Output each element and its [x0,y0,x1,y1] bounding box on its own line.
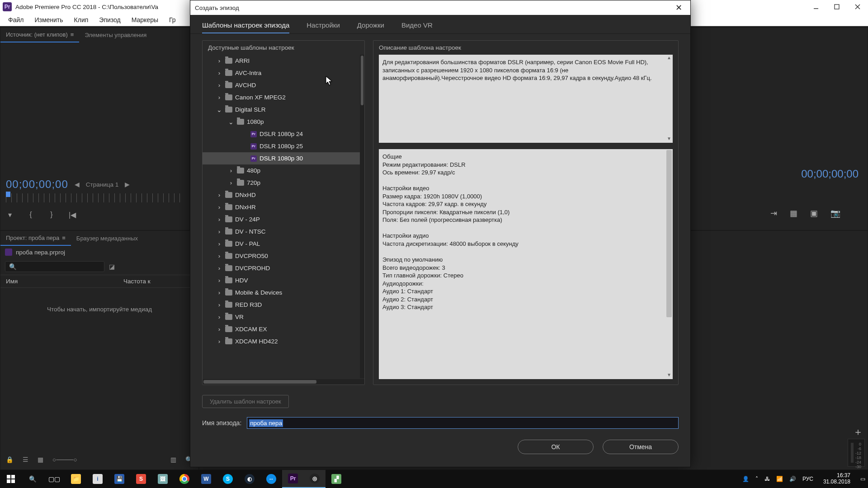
camera-icon[interactable]: 📷 [830,208,840,218]
preset-folder[interactable]: ›DV - 24P [203,213,364,225]
preset-folder[interactable]: ›Canon XF MPEG2 [203,91,364,103]
preset-folder[interactable]: ⌄Digital SLR [203,103,364,116]
steam-icon[interactable]: ◐ [239,470,260,488]
media-browser-tab[interactable]: Браузер медиаданных [71,231,143,246]
menu-клип[interactable]: Клип [69,14,94,25]
project-tab[interactable]: Проект: проба пера ≡ [0,231,71,246]
preset-item[interactable]: PrDSLR 1080p 30 [203,152,364,164]
preset-folder[interactable]: ›RED R3D [203,299,364,311]
out-point-icon[interactable]: } [47,211,56,219]
source-ruler[interactable] [6,193,184,202]
skype-icon[interactable]: S [217,470,239,488]
app-icon-4[interactable]: ▞ [326,470,347,488]
notifications-icon[interactable]: ▭ [860,476,865,482]
chevron-right-icon[interactable]: › [216,338,222,345]
tray-network-icon[interactable]: 🖧 [764,476,770,482]
window-close-button[interactable] [847,0,868,14]
word-icon[interactable]: W [195,470,217,488]
chevron-right-icon[interactable]: › [216,228,222,235]
tray-wifi-icon[interactable]: 📶 [776,476,783,482]
tray-volume-icon[interactable]: 🔊 [789,476,796,482]
marker-icon[interactable]: ▾ [6,211,14,219]
tray-people-icon[interactable]: 👤 [742,476,749,482]
preset-folder[interactable]: ›DVCPRO50 [203,250,364,262]
chevron-right-icon[interactable]: › [228,179,234,186]
menu-гр[interactable]: Гр [164,14,181,25]
chevron-right-icon[interactable]: › [216,301,222,308]
preset-folder[interactable]: ›DNxHD [203,189,364,201]
start-button[interactable] [0,470,22,488]
chevron-right-icon[interactable]: › [216,204,222,211]
chevron-right-icon[interactable]: ▶ [125,181,130,188]
description-scrollbar[interactable]: ▲▼ [665,55,673,143]
tray-lang[interactable]: РУС [802,476,813,482]
menu-изменить[interactable]: Изменить [29,14,68,25]
effect-controls-tab[interactable]: Элементы управления [79,28,152,42]
chevron-right-icon[interactable]: › [216,253,222,259]
tray-up-icon[interactable]: ˄ [755,476,758,482]
chevron-right-icon[interactable]: › [216,265,222,272]
list-view-icon[interactable]: ☰ [23,456,28,463]
chevron-right-icon[interactable]: › [216,192,222,198]
dialog-tab-3[interactable]: Видео VR [401,21,433,33]
dialog-tab-2[interactable]: Дорожки [357,21,384,33]
overwrite-icon[interactable]: ▦ [790,208,797,218]
dialog-titlebar[interactable]: Создать эпизод ✕ [190,0,690,15]
source-tab[interactable]: Источник: (нет клипов) ≡ [0,28,79,42]
chevron-right-icon[interactable]: › [216,240,222,247]
add-button[interactable]: ＋ [853,425,863,439]
preset-folder[interactable]: ›ARRI [203,55,364,67]
column-name[interactable]: Имя [6,278,123,285]
chevron-right-icon[interactable]: › [216,289,222,296]
delete-preset-button[interactable]: Удалить шаблон настроек [202,395,289,408]
chevron-right-icon[interactable]: › [216,94,222,101]
chevron-down-icon[interactable]: ⌄ [228,118,234,126]
file-explorer-icon[interactable]: 📁 [65,470,87,488]
preset-folder[interactable]: ›DV - PAL [203,238,364,250]
task-view-icon[interactable]: ▢▢ [43,470,65,488]
in-point-icon[interactable]: { [27,211,35,219]
preset-folder[interactable]: ›AVC-Intra [203,67,364,79]
tree-hscrollbar[interactable] [203,379,364,385]
window-minimize-button[interactable] [806,0,826,14]
ok-button[interactable]: ОК [518,440,594,454]
menu-файл[interactable]: Файл [3,14,29,25]
tree-scrollbar[interactable] [360,55,364,378]
dialog-tab-0[interactable]: Шаблоны настроек эпизода [202,21,289,33]
teamviewer-icon[interactable]: ↔ [260,470,282,488]
export-frame-icon[interactable]: ▣ [810,208,818,218]
chevron-right-icon[interactable]: › [228,167,234,174]
sequence-name-input[interactable]: проба пера [247,417,679,429]
playhead-icon[interactable] [6,192,10,197]
preset-folder[interactable]: ›DV - NTSC [203,225,364,238]
preset-folder[interactable]: ›XDCAM HD422 [203,335,364,347]
insert-icon[interactable]: ⇥ [770,208,777,218]
preset-folder[interactable]: ›DVCPROHD [203,262,364,274]
zoom-slider[interactable]: ○────○ [52,456,77,463]
preset-folder[interactable]: ›XDCAM EX [203,323,364,335]
column-rate[interactable]: Частота к [123,278,151,285]
preset-folder[interactable]: ›720p [203,177,364,189]
preset-folder[interactable]: ›Mobile & Devices [203,286,364,299]
menu-эпизод[interactable]: Эпизод [94,14,126,25]
preset-folder[interactable]: ›AVCHD [203,79,364,91]
taskbar-clock[interactable]: 16:37 31.08.2018 [820,473,854,485]
chevron-right-icon[interactable]: › [216,82,222,89]
chevron-down-icon[interactable]: ⌄ [216,106,222,113]
step-back-icon[interactable]: |◀ [68,211,76,219]
chrome-icon[interactable] [174,470,195,488]
menu-маркеры[interactable]: Маркеры [126,14,164,25]
chevron-right-icon[interactable]: › [216,326,222,333]
chevron-right-icon[interactable]: › [216,277,222,284]
dialog-tab-1[interactable]: Настройки [307,21,340,33]
project-search-input[interactable]: 🔍 [5,261,104,272]
app-icon-3[interactable]: 🖼 [152,470,174,488]
search-icon[interactable]: 🔍 [22,470,43,488]
chevron-left-icon[interactable]: ◀ [75,181,80,188]
app-icon-2[interactable]: S [130,470,152,488]
preset-folder[interactable]: ⌄1080p [203,116,364,128]
preset-folder[interactable]: ›480p [203,164,364,177]
preset-folder[interactable]: ›DNxHR [203,201,364,213]
chevron-right-icon[interactable]: › [216,57,222,64]
filter-icon[interactable]: ◪ [109,263,115,270]
